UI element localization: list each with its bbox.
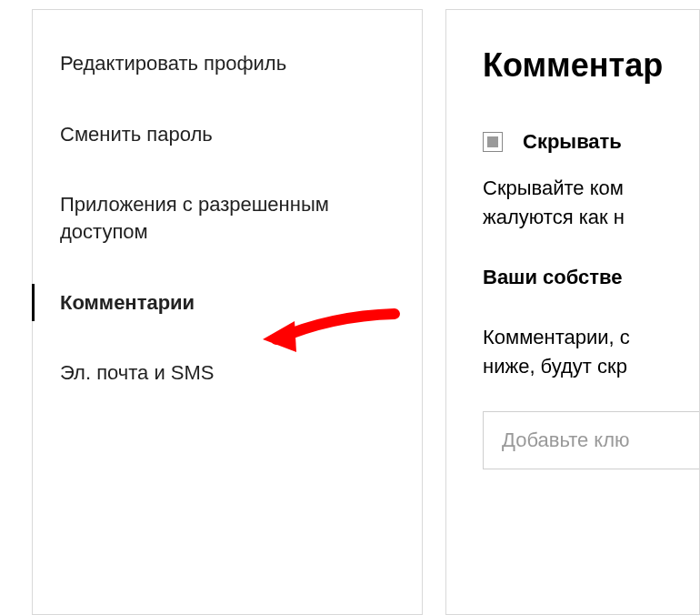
- checkbox-inner-icon: [487, 136, 498, 147]
- settings-sidebar: Редактировать профиль Сменить пароль При…: [32, 9, 423, 615]
- sidebar-item-edit-profile[interactable]: Редактировать профиль: [33, 28, 422, 99]
- description-text-1: Скрывайте ком жалуются как н: [483, 174, 699, 232]
- main-content: Комментар Скрывать Скрывайте ком жалуютс…: [445, 9, 700, 615]
- sidebar-item-label: Эл. почта и SMS: [60, 361, 215, 384]
- keywords-input[interactable]: Добавьте клю: [483, 411, 700, 469]
- sidebar-item-label: Комментарии: [60, 291, 195, 314]
- hide-checkbox-row: Скрывать: [483, 130, 699, 154]
- sidebar-item-comments[interactable]: Комментарии: [33, 267, 422, 338]
- hide-checkbox[interactable]: [483, 132, 503, 152]
- description-text-2: Комментарии, с ниже, будут скр: [483, 323, 699, 381]
- sidebar-item-email-sms[interactable]: Эл. почта и SMS: [33, 338, 422, 408]
- sidebar-item-apps-access[interactable]: Приложения с разрешенным доступом: [33, 169, 422, 267]
- sidebar-item-change-password[interactable]: Сменить пароль: [33, 99, 422, 170]
- keywords-input-placeholder: Добавьте клю: [502, 428, 630, 451]
- subheading: Ваши собстве: [483, 263, 699, 292]
- page-title: Комментар: [483, 46, 699, 85]
- sidebar-item-label: Редактировать профиль: [60, 52, 286, 75]
- hide-checkbox-label: Скрывать: [523, 130, 622, 154]
- sidebar-item-label: Сменить пароль: [60, 123, 213, 146]
- sidebar-item-label: Приложения с разрешенным доступом: [60, 193, 329, 243]
